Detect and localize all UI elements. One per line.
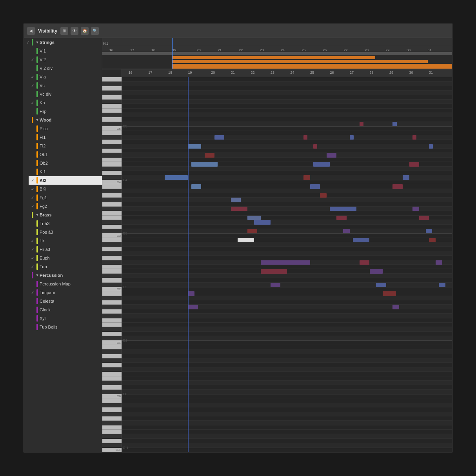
piano-key-G3[interactable] xyxy=(102,202,122,207)
track-vl2div[interactable]: Vl2 div xyxy=(29,64,102,73)
layout-icon[interactable]: ⊞ xyxy=(60,27,68,35)
piano-key-F1[interactable] xyxy=(102,318,122,323)
group-percussion[interactable]: ▼ Percussion xyxy=(24,271,102,280)
piano-key-Bb5[interactable] xyxy=(102,82,122,86)
piano-key-F-1[interactable] xyxy=(102,425,122,430)
piano-key-Eb-1[interactable] xyxy=(102,434,122,438)
track-fl2[interactable]: Fl2 xyxy=(29,142,102,150)
track-celesta[interactable]: Celesta xyxy=(29,297,102,305)
piano-key-E0[interactable] xyxy=(102,376,122,381)
piano-key-Ab3[interactable] xyxy=(102,198,122,202)
piano-key-Bb1[interactable] xyxy=(102,296,122,300)
track-fl1[interactable]: Fl1 xyxy=(29,133,102,142)
track-fg1[interactable]: ✓ Fg1 xyxy=(29,193,102,202)
wood-arrow[interactable]: ▼ xyxy=(35,118,40,122)
piano-key-D4[interactable] xyxy=(102,171,122,175)
piano-key-E-1[interactable] xyxy=(102,430,122,434)
piano-key-Db3[interactable] xyxy=(102,229,122,233)
piano-key-C4[interactable]: C4 xyxy=(102,180,122,184)
piano-key-Eb3[interactable] xyxy=(102,220,122,224)
piano-key-A5[interactable] xyxy=(102,86,122,91)
piano-key-Bb0[interactable] xyxy=(102,349,122,354)
piano-key-G4[interactable] xyxy=(102,149,122,153)
search-icon[interactable]: 🔍 xyxy=(91,27,99,35)
piano-key-E3[interactable] xyxy=(102,216,122,220)
piano-key-Bb-1[interactable] xyxy=(102,403,122,407)
piano-key-B5[interactable] xyxy=(102,77,122,82)
piano-key-Db-1[interactable] xyxy=(102,443,122,447)
piano-key-Db2[interactable] xyxy=(102,283,122,287)
track-bkl[interactable]: ✓ BKl xyxy=(29,185,102,193)
piano-key-G5[interactable] xyxy=(102,95,122,100)
track-kl1[interactable]: Kl1 xyxy=(29,167,102,176)
track-percmap[interactable]: Percussion Map xyxy=(29,280,102,288)
piano-key-B3[interactable] xyxy=(102,184,122,189)
piano-key-B0[interactable] xyxy=(102,345,122,349)
piano-key-A2[interactable] xyxy=(102,247,122,251)
piano-key-F0[interactable] xyxy=(102,372,122,376)
group-strings[interactable]: ✓ ▼ Strings xyxy=(24,38,102,47)
piano-key-F5[interactable] xyxy=(102,104,122,108)
track-tubbells[interactable]: Tub Bells xyxy=(29,323,102,331)
track-vl1[interactable]: Vl1 xyxy=(29,47,102,55)
piano-key-Ab1[interactable] xyxy=(102,305,122,309)
piano-key-Ab5[interactable] xyxy=(102,91,122,95)
piano-key-B1[interactable] xyxy=(102,291,122,296)
piano-key-Bb4[interactable] xyxy=(102,135,122,140)
track-tra3[interactable]: Tr á3 xyxy=(29,219,102,228)
piano-key-B2[interactable] xyxy=(102,238,122,242)
piano-key-Eb2[interactable] xyxy=(102,274,122,278)
track-fg2[interactable]: ✓ Fg2 xyxy=(29,202,102,211)
track-vcdiv[interactable]: Vc div xyxy=(29,90,102,98)
group-wood[interactable]: ▼ Wood xyxy=(24,116,102,124)
piano-key-Gb2[interactable] xyxy=(102,260,122,265)
piano-key-Eb4[interactable] xyxy=(102,167,122,171)
piano-key-E1[interactable] xyxy=(102,323,122,327)
track-xyl[interactable]: Xyl xyxy=(29,314,102,323)
piano-key-G0[interactable] xyxy=(102,363,122,367)
piano-key-Bb3[interactable] xyxy=(102,189,122,193)
piano-key-Ab0[interactable] xyxy=(102,358,122,363)
piano-key-C-1[interactable]: C-1 xyxy=(102,448,122,452)
piano-key-G2[interactable] xyxy=(102,256,122,260)
piano-key-Gb0[interactable] xyxy=(102,367,122,372)
piano-key-C3[interactable]: C3 xyxy=(102,233,122,238)
piano-key-B-1[interactable] xyxy=(102,398,122,403)
piano-key-A4[interactable] xyxy=(102,140,122,144)
track-hr[interactable]: ✓ Hr xyxy=(29,236,102,245)
piano-roll-scroll[interactable]: 16 17 18 19 20 21 22 23 24 25 26 xyxy=(102,69,452,452)
track-picc[interactable]: Picc xyxy=(29,124,102,133)
piano-key-A0[interactable] xyxy=(102,354,122,358)
piano-key-Ab-1[interactable] xyxy=(102,412,122,416)
piano-key-D3[interactable] xyxy=(102,225,122,229)
piano-key-G1[interactable] xyxy=(102,309,122,314)
back-button[interactable]: ◀ xyxy=(27,27,35,35)
piano-key-C2[interactable]: C2 xyxy=(102,287,122,291)
piano-key-Eb0[interactable] xyxy=(102,381,122,385)
piano-key-G-1[interactable] xyxy=(102,416,122,421)
track-hrp[interactable]: Hrp xyxy=(29,107,102,116)
piano-key-D0[interactable] xyxy=(102,385,122,389)
piano-key-Db4[interactable] xyxy=(102,175,122,180)
piano-key-B4[interactable] xyxy=(102,131,122,135)
piano-key-E4[interactable] xyxy=(102,162,122,166)
eye-icon[interactable]: 👁 xyxy=(71,27,78,35)
track-vl2[interactable]: ✓ Vl2 xyxy=(29,55,102,64)
track-hra3[interactable]: ✓ Hr á3 xyxy=(29,245,102,254)
track-ob2[interactable]: Ob2 xyxy=(29,159,102,167)
track-ob1[interactable]: Ob1 xyxy=(29,150,102,159)
piano-key-C1[interactable]: C1 xyxy=(102,340,122,345)
piano-key-Db0[interactable] xyxy=(102,390,122,394)
piano-key-F4[interactable] xyxy=(102,158,122,162)
piano-key-Gb3[interactable] xyxy=(102,207,122,211)
track-kl2[interactable]: ✓ Kl2 xyxy=(29,176,102,185)
piano-key-E5[interactable] xyxy=(102,109,122,113)
track-posa3[interactable]: Pos á3 xyxy=(29,228,102,236)
piano-key-Eb1[interactable] xyxy=(102,327,122,331)
piano-key-F3[interactable] xyxy=(102,211,122,215)
piano-key-Eb5[interactable] xyxy=(102,113,122,117)
piano-key-Gb-1[interactable] xyxy=(102,421,122,425)
piano-key-Gb4[interactable] xyxy=(102,153,122,157)
piano-key-Db1[interactable] xyxy=(102,336,122,340)
group-brass[interactable]: ▼ Brass xyxy=(24,211,102,219)
